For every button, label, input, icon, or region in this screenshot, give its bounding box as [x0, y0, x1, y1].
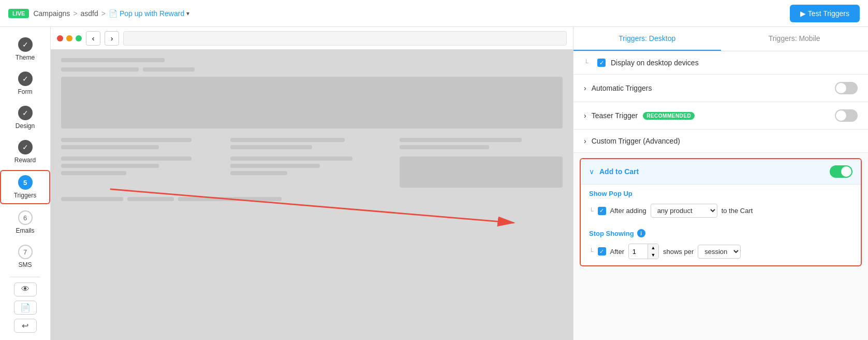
indent-2: └ [589, 207, 594, 215]
sms-number: 7 [18, 245, 33, 259]
top-bar-left: LIVE Campaigns > asdfd > 📄 Pop up with R… [8, 9, 189, 18]
teaser-trigger-left: › Teaser Trigger RECOMMENDED [584, 111, 695, 120]
indent-1: └ [584, 59, 592, 66]
skeleton-row-1 [61, 58, 563, 62]
display-desktop-checkbox[interactable] [597, 59, 606, 67]
add-to-cart-chevron: ∨ [589, 167, 594, 176]
traffic-lights [57, 35, 82, 41]
shows-number-input[interactable]: 1 ▲ ▼ [628, 244, 659, 259]
product-select[interactable]: any product specific product [651, 204, 717, 218]
stop-showing-text: Stop Showing [589, 230, 634, 237]
sk-line-3 [143, 67, 195, 72]
per-select[interactable]: session day week forever [698, 245, 741, 259]
breadcrumb-chevron[interactable]: ▾ [186, 10, 189, 17]
breadcrumb-current-label: Pop up with Reward [120, 9, 184, 18]
preview-icon-button[interactable]: 👁 [14, 282, 37, 296]
breadcrumb: Campaigns > asdfd > 📄 Pop up with Reward… [33, 9, 189, 18]
add-to-cart-section: ∨ Add to Cart Show Pop Up └ After adding… [580, 158, 862, 266]
sidebar-item-reward[interactable]: ✓ Reward [0, 136, 50, 168]
sk-g8 [61, 164, 159, 168]
canvas-area: ‹ › [51, 27, 573, 340]
forward-nav-button[interactable]: › [105, 31, 119, 46]
sidebar-item-form-label: Form [18, 88, 33, 95]
sidebar-item-form[interactable]: ✓ Form [0, 67, 50, 100]
add-to-cart-header-left: ∨ Add to Cart [589, 167, 639, 176]
sidebar-item-sms[interactable]: 7 SMS [0, 240, 50, 273]
sk-box-small [400, 157, 563, 188]
traffic-light-green [76, 35, 82, 41]
add-to-cart-toggle[interactable] [830, 165, 852, 178]
spin-up-button[interactable]: ▲ [648, 244, 658, 251]
after-adding-checkbox[interactable] [598, 207, 606, 215]
back-icon-button[interactable]: ↩ [14, 319, 37, 333]
triggers-badge: 5 [18, 175, 33, 190]
canvas-toolbar: ‹ › [51, 27, 573, 50]
display-desktop-label: Display on desktop devices [611, 59, 699, 67]
teaser-trigger-toggle[interactable] [835, 109, 858, 122]
sidebar-item-emails-label: Emails [16, 227, 34, 234]
teaser-trigger-chevron: › [584, 111, 586, 120]
stop-showing-checkbox[interactable] [598, 247, 606, 256]
sidebar-item-theme-label: Theme [16, 54, 35, 61]
sidebar-item-triggers-label: Triggers [14, 192, 37, 199]
sk-g9 [61, 171, 126, 175]
automatic-triggers-header[interactable]: › Automatic Triggers [573, 75, 868, 102]
after-label: After [610, 248, 624, 256]
sk-g6 [400, 145, 489, 149]
sidebar: ✓ Theme ✓ Form ✓ Design ✓ Reward 5 Trigg… [0, 27, 51, 340]
url-bar[interactable] [123, 31, 567, 46]
main-layout: ✓ Theme ✓ Form ✓ Design ✓ Reward 5 Trigg… [0, 27, 868, 340]
form-check-icon: ✓ [18, 72, 33, 86]
add-to-cart-label: Add to Cart [599, 167, 639, 176]
tab-triggers-desktop[interactable]: Triggers: Desktop [573, 27, 721, 51]
custom-trigger-header[interactable]: › Custom Trigger (Advanced) [573, 130, 868, 153]
after-adding-label: After adding [610, 207, 646, 215]
sidebar-item-theme[interactable]: ✓ Theme [0, 33, 50, 65]
sidebar-item-emails[interactable]: 6 Emails [0, 206, 50, 238]
theme-check-icon: ✓ [18, 37, 33, 52]
tab-triggers-mobile[interactable]: Triggers: Mobile [721, 27, 869, 51]
number-spinners: ▲ ▼ [648, 244, 658, 259]
breadcrumb-campaigns[interactable]: Campaigns [33, 9, 70, 18]
breadcrumb-asdfd[interactable]: asdfd [80, 9, 98, 18]
show-popup-label: Show Pop Up [581, 185, 861, 200]
after-adding-row: └ After adding any product specific prod… [581, 200, 861, 224]
sk-g4 [230, 145, 312, 149]
reward-check-icon: ✓ [18, 140, 33, 154]
live-badge: LIVE [8, 9, 29, 18]
skeleton-grid-2 [61, 157, 563, 188]
sidebar-item-design[interactable]: ✓ Design [0, 102, 50, 134]
panel-tabs: Triggers: Desktop Triggers: Mobile [573, 27, 868, 51]
sidebar-item-triggers[interactable]: 5 Triggers [0, 170, 50, 204]
back-nav-button[interactable]: ‹ [86, 31, 100, 46]
display-desktop-row: └ Display on desktop devices [573, 51, 868, 75]
traffic-light-yellow [66, 35, 72, 41]
breadcrumb-sep2: > [101, 9, 106, 18]
teaser-trigger-header[interactable]: › Teaser Trigger RECOMMENDED [573, 102, 868, 130]
emails-number: 6 [18, 210, 33, 225]
breadcrumb-current: 📄 Pop up with Reward ▾ [109, 9, 189, 18]
skeleton-row-2 [61, 67, 563, 72]
to-cart-label: to the Cart [722, 207, 753, 215]
shows-number-field[interactable]: 1 [629, 246, 648, 258]
sk-g3 [230, 138, 345, 142]
sidebar-item-sms-label: SMS [18, 261, 32, 268]
sk-b1 [61, 197, 123, 201]
sk-g7 [61, 157, 192, 161]
spin-down-button[interactable]: ▼ [648, 251, 658, 259]
right-panel: Triggers: Desktop Triggers: Mobile └ Dis… [573, 27, 868, 340]
breadcrumb-sep1: > [73, 9, 77, 18]
stop-showing-info-icon[interactable]: i [637, 229, 645, 237]
add-to-cart-header[interactable]: ∨ Add to Cart [581, 159, 861, 185]
sidebar-item-design-label: Design [16, 122, 35, 130]
indent-3: └ [589, 248, 594, 255]
sk-b3 [178, 197, 282, 201]
panel-content: └ Display on desktop devices › Automatic… [573, 51, 868, 272]
automatic-triggers-toggle[interactable] [835, 82, 858, 94]
teaser-trigger-label: Teaser Trigger [592, 111, 638, 120]
document-icon-button[interactable]: 📄 [14, 301, 37, 315]
canvas-skeleton [51, 50, 573, 209]
sk-g5 [400, 138, 522, 142]
test-triggers-button[interactable]: ▶ Test Triggers [790, 5, 860, 22]
sk-g1 [61, 138, 192, 142]
